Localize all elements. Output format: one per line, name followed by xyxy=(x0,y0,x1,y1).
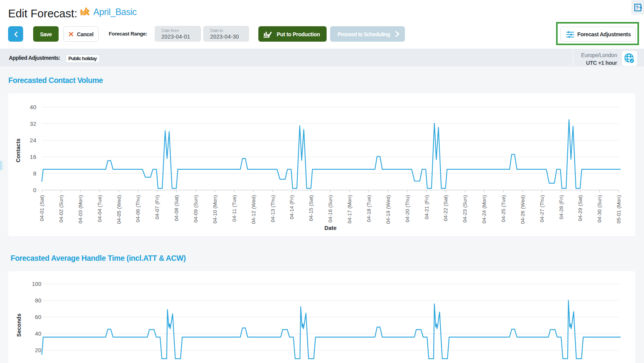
svg-text:04-21 (Fri): 04-21 (Fri) xyxy=(424,195,430,219)
svg-text:04-28 (Fri): 04-28 (Fri) xyxy=(558,195,564,219)
svg-text:04-20 (Thu): 04-20 (Thu) xyxy=(405,195,410,223)
svg-text:04-18 (Tue): 04-18 (Tue) xyxy=(366,195,372,222)
svg-text:04-04 (Tue): 04-04 (Tue) xyxy=(97,195,103,222)
svg-text:05-01 (Mon): 05-01 (Mon) xyxy=(616,195,622,224)
svg-text:04-01 (Sat): 04-01 (Sat) xyxy=(39,195,45,221)
svg-text:04-13 (Thu): 04-13 (Thu) xyxy=(270,195,276,223)
svg-text:8: 8 xyxy=(33,170,36,177)
svg-text:04-05 (Wed): 04-05 (Wed) xyxy=(116,195,122,224)
svg-text:04-27 (Thu): 04-27 (Thu) xyxy=(539,195,545,223)
svg-text:04-29 (Sat): 04-29 (Sat) xyxy=(577,195,583,221)
svg-text:60: 60 xyxy=(35,314,41,320)
svg-text:04-10 (Mon): 04-10 (Mon) xyxy=(212,195,218,224)
svg-text:20: 20 xyxy=(35,347,41,353)
svg-text:24: 24 xyxy=(30,137,36,144)
svg-text:04-15 (Sat): 04-15 (Sat) xyxy=(308,195,314,221)
svg-text:32: 32 xyxy=(30,120,36,127)
svg-text:04-19 (Wed): 04-19 (Wed) xyxy=(385,195,391,224)
svg-text:04-07 (Fri): 04-07 (Fri) xyxy=(154,195,160,219)
svg-text:04-17 (Mon): 04-17 (Mon) xyxy=(347,195,352,224)
svg-text:04-26 (Wed): 04-26 (Wed) xyxy=(520,195,526,224)
svg-text:04-03 (Mon): 04-03 (Mon) xyxy=(78,195,83,224)
svg-text:Seconds: Seconds xyxy=(16,314,22,337)
svg-text:04-02 (Sun): 04-02 (Sun) xyxy=(58,195,64,223)
svg-text:04-22 (Sat): 04-22 (Sat) xyxy=(443,195,448,221)
svg-text:04-16 (Sun): 04-16 (Sun) xyxy=(327,195,333,223)
svg-text:16: 16 xyxy=(30,154,36,160)
svg-text:100: 100 xyxy=(32,281,41,287)
svg-text:04-09 (Sun): 04-09 (Sun) xyxy=(193,195,199,223)
svg-text:04-06 (Thu): 04-06 (Thu) xyxy=(135,195,141,223)
svg-text:04-14 (Fri): 04-14 (Fri) xyxy=(289,195,295,219)
svg-text:40: 40 xyxy=(35,331,41,337)
svg-text:?: ? xyxy=(636,5,639,10)
svg-text:04-25 (Tue): 04-25 (Tue) xyxy=(501,195,506,222)
svg-text:04-24 (Mon): 04-24 (Mon) xyxy=(481,195,487,224)
svg-text:80: 80 xyxy=(35,297,41,304)
svg-text:04-23 (Sun): 04-23 (Sun) xyxy=(462,195,468,223)
svg-text:04-30 (Sun): 04-30 (Sun) xyxy=(597,195,602,223)
svg-text:04-11 (Tue): 04-11 (Tue) xyxy=(231,195,237,222)
svg-text:Contacts: Contacts xyxy=(15,138,21,162)
svg-text:04-12 (Wed): 04-12 (Wed) xyxy=(251,195,256,224)
svg-text:Date: Date xyxy=(324,225,336,231)
svg-text:40: 40 xyxy=(30,104,36,110)
svg-text:04-08 (Sat): 04-08 (Sat) xyxy=(174,195,179,221)
svg-text:0: 0 xyxy=(33,187,36,193)
